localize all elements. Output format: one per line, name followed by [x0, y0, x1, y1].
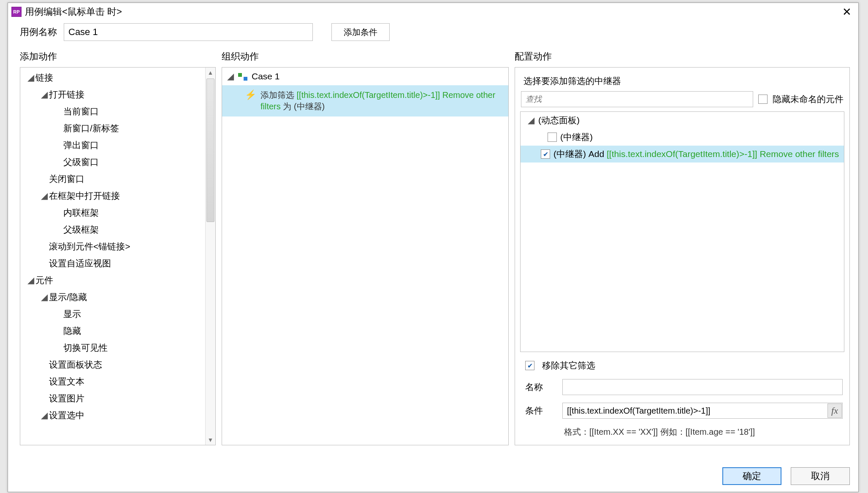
scroll-thumb[interactable] — [206, 79, 214, 222]
action-tree-item[interactable]: 设置图片 — [20, 390, 205, 407]
name-label: 名称 — [525, 381, 555, 393]
organize-panel: ◢ Case 1 ⚡ 添加筛选 [[this.text.indexOf(Targ… — [222, 67, 509, 445]
tree-label: (中继器) Add [[this.text.indexOf(TargetItem… — [553, 148, 839, 160]
lightning-icon: ⚡ — [245, 90, 256, 100]
col-configure-header: 配置动作 — [515, 48, 850, 67]
tree-item-label: 显示/隐藏 — [49, 291, 87, 303]
action-row[interactable]: ⚡ 添加筛选 [[this.text.indexOf(TargetItem.ti… — [222, 85, 508, 116]
actions-tree[interactable]: ◢链接◢打开链接当前窗口新窗口/新标签弹出窗口父级窗口关闭窗口◢在框架中打开链接… — [20, 68, 205, 445]
col-add-action-header: 添加动作 — [20, 48, 216, 67]
action-tree-item[interactable]: 切换可见性 — [20, 339, 205, 356]
condition-input[interactable] — [562, 403, 843, 419]
col-organize-header: 组织动作 — [222, 48, 509, 67]
caret-down-icon: ◢ — [40, 89, 49, 100]
tree-item-label: 父级窗口 — [63, 156, 99, 168]
case-name-input[interactable] — [64, 23, 313, 41]
app-icon: RP — [11, 7, 22, 17]
tree-item-label: 元件 — [35, 274, 53, 286]
tree-item-label: 设置图片 — [49, 393, 84, 404]
cancel-button[interactable]: 取消 — [791, 467, 850, 485]
caret-down-icon: ◢ — [26, 73, 35, 83]
action-tree-item[interactable]: ◢链接 — [20, 69, 205, 86]
tree-item-label: 隐藏 — [63, 325, 81, 337]
caret-down-icon: ◢ — [40, 410, 49, 420]
case-icon — [238, 72, 247, 81]
action-text: 添加筛选 [[this.text.indexOf(TargetItem.titl… — [260, 89, 502, 112]
tree-item-label: 当前窗口 — [63, 106, 99, 117]
tree-item-label: 在框架中打开链接 — [49, 190, 120, 202]
search-input[interactable] — [521, 91, 753, 107]
configure-panel: 选择要添加筛选的中继器 隐藏未命名的元件 ◢ (动态面板) (中继器) — [515, 67, 850, 445]
action-tree-item[interactable]: 滚动到元件<锚链接> — [20, 238, 205, 255]
hide-unnamed-label: 隐藏未命名的元件 — [773, 93, 844, 105]
tree-label: (动态面板) — [538, 114, 580, 126]
action-tree-item[interactable]: 当前窗口 — [20, 103, 205, 120]
ok-button[interactable]: 确定 — [722, 467, 781, 485]
action-tree-item[interactable]: 父级框架 — [20, 221, 205, 238]
condition-hint: 格式：[[Item.XX == 'XX']] 例如：[[Item.age == … — [525, 426, 843, 438]
action-tree-item[interactable]: 设置面板状态 — [20, 356, 205, 373]
add-condition-button[interactable]: 添加条件 — [331, 23, 390, 41]
action-tree-item[interactable]: ◢设置选中 — [20, 407, 205, 424]
action-tree-item[interactable]: 关闭窗口 — [20, 171, 205, 187]
tree-item-label: 设置面板状态 — [49, 359, 102, 371]
action-tree-item[interactable]: ◢在框架中打开链接 — [20, 187, 205, 204]
action-tree-item[interactable]: 新窗口/新标签 — [20, 120, 205, 137]
repeater-checkbox[interactable] — [548, 133, 557, 142]
tree-item-label: 设置文本 — [49, 376, 84, 387]
action-tree-item[interactable]: ◢打开链接 — [20, 86, 205, 103]
caret-down-icon: ◢ — [40, 191, 49, 201]
tree-item-label: 切换可见性 — [63, 342, 108, 354]
case-row[interactable]: ◢ Case 1 — [222, 68, 508, 85]
repeater-checkbox-on[interactable] — [541, 149, 550, 159]
tree-item-label: 链接 — [35, 72, 53, 84]
action-tree-item[interactable]: 隐藏 — [20, 322, 205, 339]
action-tree-item[interactable]: 父级窗口 — [20, 154, 205, 171]
hide-unnamed-checkbox[interactable] — [758, 95, 768, 104]
titlebar: RP 用例编辑<鼠标单击 时> ✕ — [8, 3, 858, 21]
filter-name-input[interactable] — [562, 379, 843, 395]
tree-item-label: 关闭窗口 — [49, 173, 84, 185]
action-tree-item[interactable]: 弹出窗口 — [20, 137, 205, 154]
tree-scrollbar[interactable]: ▲ ▼ — [205, 68, 215, 445]
tree-repeater-1[interactable]: (中继器) — [521, 129, 844, 146]
tree-repeater-2[interactable]: (中继器) Add [[this.text.indexOf(TargetItem… — [521, 146, 844, 163]
tree-item-label: 弹出窗口 — [63, 139, 99, 151]
caret-down-icon: ◢ — [227, 71, 234, 81]
tree-item-label: 新窗口/新标签 — [63, 122, 119, 134]
action-tree-item[interactable]: 设置自适应视图 — [20, 255, 205, 272]
scroll-down-icon[interactable]: ▼ — [206, 435, 215, 445]
scroll-up-icon[interactable]: ▲ — [206, 68, 215, 78]
remove-other-label: 移除其它筛选 — [542, 360, 595, 371]
tree-dyn-panel[interactable]: ◢ (动态面板) — [521, 112, 844, 129]
case-name-text: Case 1 — [252, 71, 280, 81]
case-editor-dialog: RP 用例编辑<鼠标单击 时> ✕ 用例名称 添加条件 添加动作 ◢链接◢打开链… — [8, 3, 859, 492]
caret-down-icon: ◢ — [40, 292, 49, 302]
action-tree-item[interactable]: 内联框架 — [20, 204, 205, 221]
tree-item-label: 设置选中 — [49, 409, 84, 421]
caret-down-icon: ◢ — [26, 275, 35, 285]
tree-label: (中继器) — [560, 131, 593, 143]
case-name-row: 用例名称 添加条件 — [8, 21, 858, 48]
fx-button[interactable]: fx — [827, 404, 842, 418]
tree-item-label: 滚动到元件<锚链接> — [49, 241, 130, 252]
remove-other-checkbox[interactable] — [525, 361, 534, 370]
action-tree-item[interactable]: ◢显示/隐藏 — [20, 289, 205, 306]
widget-tree[interactable]: ◢ (动态面板) (中继器) (中继器) Add [[this.text.ind… — [520, 111, 844, 352]
tree-item-label: 打开链接 — [49, 89, 84, 100]
close-button[interactable]: ✕ — [840, 5, 854, 19]
action-tree-item[interactable]: 设置文本 — [20, 373, 205, 390]
action-tree-item[interactable]: ◢元件 — [20, 272, 205, 289]
dialog-title: 用例编辑<鼠标单击 时> — [25, 5, 122, 18]
tree-item-label: 显示 — [63, 308, 81, 320]
tree-item-label: 设置自适应视图 — [49, 257, 111, 269]
tree-item-label: 内联框架 — [63, 207, 99, 219]
actions-tree-panel: ◢链接◢打开链接当前窗口新窗口/新标签弹出窗口父级窗口关闭窗口◢在框架中打开链接… — [20, 67, 216, 445]
dialog-footer: 确定 取消 — [722, 467, 850, 485]
select-repeater-label: 选择要添加筛选的中继器 — [520, 72, 844, 91]
caret-down-icon: ◢ — [527, 115, 535, 125]
action-tree-item[interactable]: 显示 — [20, 306, 205, 322]
tree-item-label: 父级框架 — [63, 224, 99, 236]
case-name-label: 用例名称 — [20, 26, 57, 38]
condition-label: 条件 — [525, 405, 555, 417]
